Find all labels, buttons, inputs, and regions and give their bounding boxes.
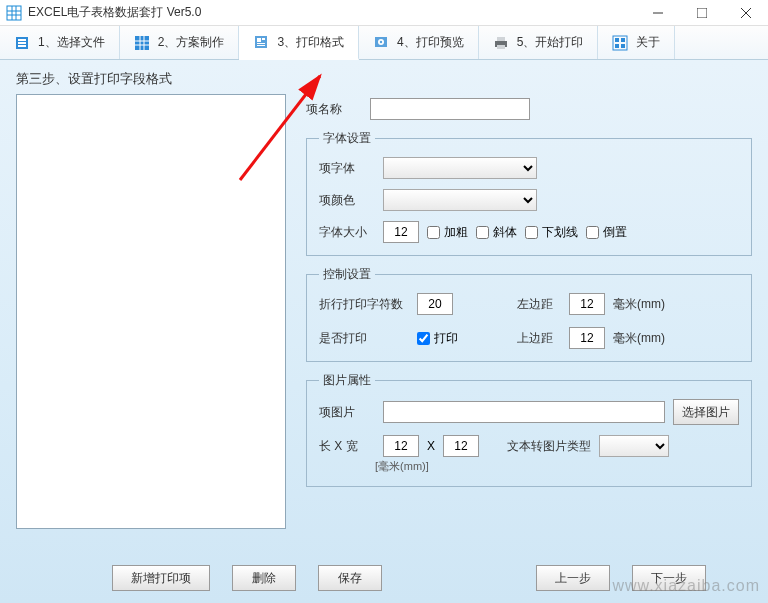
format-icon: [253, 34, 269, 50]
size-input[interactable]: [383, 221, 419, 243]
svg-rect-32: [615, 44, 619, 48]
svg-rect-22: [257, 45, 265, 46]
file-icon: [14, 35, 30, 51]
color-label: 项颜色: [319, 192, 375, 209]
control-settings-group: 控制设置 折行打印字符数 左边距 毫米(mm) 是否打印 打印 上边距 毫米(m…: [306, 266, 752, 362]
content-area: 第三步、设置打印字段格式 项名称 字体设置 项字体 项颜色: [0, 60, 768, 603]
minimize-icon: [653, 8, 663, 18]
toolbar-label: 2、方案制作: [158, 34, 225, 51]
toolbar-about[interactable]: 关于: [598, 26, 675, 59]
grid-icon: [134, 35, 150, 51]
bold-label: 加粗: [444, 224, 468, 241]
mm-unit: 毫米(mm): [613, 330, 665, 347]
control-legend: 控制设置: [319, 266, 375, 283]
toolbar-start-print[interactable]: 5、开始打印: [479, 26, 599, 59]
x-separator: X: [427, 439, 435, 453]
print-checkbox[interactable]: 打印: [417, 330, 477, 347]
close-icon: [741, 8, 751, 18]
wrap-input[interactable]: [417, 293, 453, 315]
image-field-label: 项图片: [319, 404, 375, 421]
invert-label: 倒置: [603, 224, 627, 241]
underline-checkbox[interactable]: 下划线: [525, 224, 578, 241]
toolbar-label: 1、选择文件: [38, 34, 105, 51]
font-settings-group: 字体设置 项字体 项颜色 字体大小 加粗 斜体 下划线 倒置: [306, 130, 752, 256]
field-name-input[interactable]: [370, 98, 530, 120]
italic-checkbox[interactable]: 斜体: [476, 224, 517, 241]
svg-rect-21: [257, 43, 265, 44]
svg-rect-6: [697, 8, 707, 18]
delete-button[interactable]: 删除: [232, 565, 296, 591]
wrap-label: 折行打印字符数: [319, 296, 409, 313]
svg-rect-0: [7, 6, 21, 20]
toolbar-plan[interactable]: 2、方案制作: [120, 26, 240, 59]
svg-rect-11: [18, 42, 26, 44]
text2img-label: 文本转图片类型: [507, 438, 591, 455]
italic-label: 斜体: [493, 224, 517, 241]
underline-label: 下划线: [542, 224, 578, 241]
add-print-item-button[interactable]: 新增打印项: [112, 565, 210, 591]
print-switch-label: 是否打印: [319, 330, 409, 347]
text2img-select[interactable]: [599, 435, 669, 457]
printer-icon: [493, 35, 509, 51]
svg-rect-30: [615, 38, 619, 42]
toolbar-label: 4、打印预览: [397, 34, 464, 51]
left-margin-input[interactable]: [569, 293, 605, 315]
window-title: EXCEL电子表格数据套打 Ver5.0: [28, 4, 201, 21]
wh-label: 长 X 宽: [319, 438, 375, 455]
svg-rect-13: [135, 36, 149, 50]
font-select[interactable]: [383, 157, 537, 179]
mm-unit: 毫米(mm): [613, 296, 665, 313]
svg-rect-33: [621, 44, 625, 48]
image-legend: 图片属性: [319, 372, 375, 389]
svg-rect-12: [18, 45, 26, 47]
preview-icon: [373, 35, 389, 51]
about-icon: [612, 35, 628, 51]
top-margin-label: 上边距: [517, 330, 561, 347]
height-input[interactable]: [443, 435, 479, 457]
toolbar-preview[interactable]: 4、打印预览: [359, 26, 479, 59]
prev-step-button[interactable]: 上一步: [536, 565, 610, 591]
save-button[interactable]: 保存: [318, 565, 382, 591]
top-margin-input[interactable]: [569, 327, 605, 349]
maximize-icon: [697, 8, 707, 18]
field-listbox[interactable]: [16, 94, 286, 529]
choose-image-button[interactable]: 选择图片: [673, 399, 739, 425]
next-step-button[interactable]: 下一步: [632, 565, 706, 591]
step-title: 第三步、设置打印字段格式: [16, 70, 752, 88]
image-settings-group: 图片属性 项图片 选择图片 长 X 宽 X 文本转图片类型 [毫米(mm)]: [306, 372, 752, 487]
maximize-button[interactable]: [680, 0, 724, 26]
toolbar-print-format[interactable]: 3、打印格式: [239, 26, 359, 60]
print-checkbox-label: 打印: [434, 330, 458, 347]
svg-rect-10: [18, 39, 26, 41]
toolbar-select-file[interactable]: 1、选择文件: [0, 26, 120, 59]
svg-rect-20: [262, 38, 265, 40]
bottom-button-bar: 新增打印项 删除 保存 上一步 下一步: [0, 565, 768, 591]
toolbar: 1、选择文件 2、方案制作 3、打印格式 4、打印预览 5、开始打印 关于: [0, 26, 768, 60]
toolbar-label: 5、开始打印: [517, 34, 584, 51]
toolbar-label: 3、打印格式: [277, 34, 344, 51]
close-button[interactable]: [724, 0, 768, 26]
bold-checkbox[interactable]: 加粗: [427, 224, 468, 241]
minimize-button[interactable]: [636, 0, 680, 26]
invert-checkbox[interactable]: 倒置: [586, 224, 627, 241]
svg-point-25: [380, 40, 382, 42]
svg-rect-28: [497, 45, 505, 49]
svg-rect-19: [257, 38, 261, 42]
left-margin-label: 左边距: [517, 296, 561, 313]
size-label: 字体大小: [319, 224, 375, 241]
color-select[interactable]: [383, 189, 537, 211]
app-icon: [6, 5, 22, 21]
toolbar-label: 关于: [636, 34, 660, 51]
svg-rect-31: [621, 38, 625, 42]
width-input[interactable]: [383, 435, 419, 457]
titlebar: EXCEL电子表格数据套打 Ver5.0: [0, 0, 768, 26]
svg-rect-27: [497, 37, 505, 41]
font-settings-legend: 字体设置: [319, 130, 375, 147]
image-path-input[interactable]: [383, 401, 665, 423]
mm-unit2: [毫米(mm)]: [375, 459, 429, 474]
field-name-label: 项名称: [306, 101, 362, 118]
font-label: 项字体: [319, 160, 375, 177]
